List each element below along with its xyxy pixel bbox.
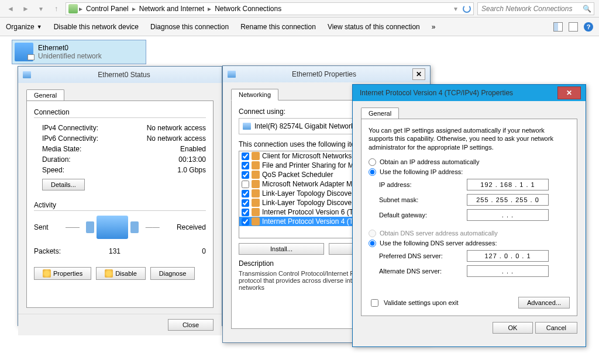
help-icon[interactable]: ? [584,22,593,32]
shield-icon [43,269,51,278]
tab-networking[interactable]: Networking [231,89,278,100]
tcpip-title: Internet Protocol Version 4 (TCP/IPv4) P… [357,89,557,97]
item-checkbox[interactable] [242,190,249,197]
search-input[interactable] [480,4,583,13]
component-icon [252,152,260,160]
item-checkbox[interactable] [242,171,249,179]
status-titlebar[interactable]: Ethernet0 Status [18,67,222,83]
nav-toolbar: ◄ ► ▾ ↑ ▸ Control Panel ▸ Network and In… [0,0,599,18]
install-button[interactable]: Install... [239,243,324,255]
activity-icon [97,216,128,239]
ip-label: IP address: [379,181,467,188]
packets-sent-value: 131 [109,247,121,255]
item-checkbox[interactable] [242,181,249,188]
tab-general[interactable]: General [26,89,64,101]
folder-icon [68,4,78,13]
close-button[interactable]: Close [168,319,214,331]
adns-label: Alternate DNS server: [379,268,467,275]
network-adapter-icon [15,43,33,61]
component-icon [252,208,260,216]
organize-menu[interactable]: Organize ▼ [6,23,42,31]
nav-recent-icon[interactable]: ▾ [35,3,47,15]
item-label: Internet Protocol Version 4 (TCP/I [262,217,367,226]
component-icon [252,199,260,207]
tab-general[interactable]: General [361,108,399,119]
details-button[interactable]: Details... [42,179,85,190]
network-icon [23,71,31,78]
item-checkbox[interactable] [242,218,249,226]
adapter-status: Unidentified network [38,52,102,60]
radio-auto-ip[interactable] [369,158,376,166]
properties-titlebar[interactable]: Ethernet0 Properties ✕ [223,66,430,82]
rename-cmd[interactable]: Rename this connection [240,23,316,31]
view-options-icon[interactable] [553,22,563,32]
gateway-input[interactable]: . . . [467,209,549,221]
cancel-button[interactable]: Cancel [535,322,577,334]
radio-auto-dns [369,230,376,237]
nav-fwd-icon[interactable]: ► [20,3,32,15]
speed-value: 1.0 Gbps [177,166,206,174]
duration-label: Duration: [42,155,71,164]
nav-back-icon[interactable]: ◄ [5,3,16,15]
breadcrumb-dropdown-icon[interactable]: ▾ [450,3,462,15]
item-label: QoS Packet Scheduler [262,171,333,179]
command-bar: Organize ▼ Disable this network device D… [0,18,599,36]
packets-label: Packets: [34,247,61,255]
gateway-label: Default gateway: [379,212,467,219]
duration-value: 00:13:00 [178,155,206,164]
properties-button[interactable]: Properties [34,267,91,280]
close-icon[interactable]: ✕ [557,86,581,99]
ok-button[interactable]: OK [493,322,533,334]
tcpip-titlebar[interactable]: Internet Protocol Version 4 (TCP/IPv4) P… [353,85,586,101]
pdns-label: Preferred DNS server: [379,252,467,259]
component-icon [252,161,260,169]
item-checkbox[interactable] [242,152,249,160]
breadcrumb[interactable]: ▸ Control Panel ▸ Network and Internet ▸… [66,2,474,15]
packets-recv-value: 0 [202,247,206,255]
breadcrumb-item[interactable]: Network and Internet [137,5,206,13]
radio-manual-ip[interactable] [369,168,376,176]
media-value: Enabled [180,145,206,153]
adns-input[interactable]: . . . [467,265,549,277]
radio-manual-dns[interactable] [369,240,376,247]
tcpip-info-text: You can get IP settings assigned automat… [369,126,570,151]
search-box[interactable]: 🔍 [477,2,594,15]
component-icon [252,180,260,188]
view-status-cmd[interactable]: View status of this connection [328,23,420,31]
item-checkbox[interactable] [242,162,249,169]
refresh-icon[interactable] [463,5,471,13]
diagnose-button[interactable]: Diagnose [150,267,195,280]
item-checkbox[interactable] [242,199,249,207]
connection-group-label: Connection [34,108,206,118]
diagnose-cmd[interactable]: Diagnose this connection [150,23,229,31]
item-label: Microsoft Network Adapter Multipl [262,180,367,188]
ipv6-label: IPv6 Connectivity: [42,134,98,143]
nic-icon [243,123,251,130]
sent-label: Sent [34,223,49,231]
content-area: Ethernet0 Unidentified network [0,36,599,68]
close-icon[interactable]: ✕ [412,68,425,80]
preview-pane-icon[interactable] [569,22,578,32]
pdns-input[interactable]: 127 . 0 . 0 . 1 [467,250,549,262]
adapter-name: Ethernet0 [38,44,102,52]
validate-checkbox[interactable] [371,299,378,307]
adapter-item[interactable]: Ethernet0 Unidentified network [12,40,146,64]
mask-input[interactable]: 255 . 255 . 255 . 0 [467,194,549,206]
ip-input[interactable]: 192 . 168 . 1 . 1 [467,179,549,190]
item-checkbox[interactable] [242,209,249,216]
advanced-button[interactable]: Advanced... [518,297,570,308]
disable-device-cmd[interactable]: Disable this network device [54,23,139,31]
properties-title: Ethernet0 Properties [236,70,412,78]
breadcrumb-item[interactable]: Control Panel [84,5,131,13]
media-label: Media State: [42,145,81,153]
shield-icon [105,269,113,278]
breadcrumb-item[interactable]: Network Connections [212,5,284,13]
disable-button[interactable]: Disable [96,267,146,280]
received-label: Received [177,223,206,231]
status-title: Ethernet0 Status [31,71,217,79]
more-cmd[interactable]: » [432,23,436,31]
nav-up-icon[interactable]: ↑ [50,3,62,15]
mask-label: Subnet mask: [379,196,467,203]
search-icon[interactable]: 🔍 [583,5,591,13]
item-label: Internet Protocol Version 6 (TCP/I [262,208,367,216]
